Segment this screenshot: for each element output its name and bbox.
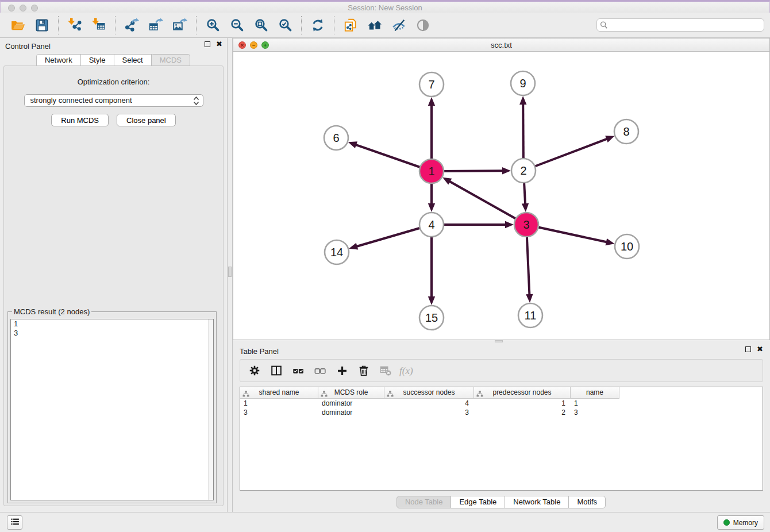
cell-successor-nodes[interactable]: 4 <box>384 399 474 408</box>
hide-eye-icon[interactable] <box>411 16 435 35</box>
mcds-result-item: 3 <box>11 329 213 338</box>
network-window-titlebar: ✕ − + scc.txt <box>233 38 769 52</box>
tab-style[interactable]: Style <box>80 54 114 66</box>
node-table: shared nameMCDS rolesuccessor nodesprede… <box>240 387 763 491</box>
export-image-icon[interactable] <box>168 16 192 35</box>
cell-name[interactable]: 1 <box>571 399 619 408</box>
run-mcds-button[interactable]: Run MCDS <box>51 114 109 126</box>
tab-motifs[interactable]: Motifs <box>568 496 606 508</box>
search-icon <box>600 21 608 32</box>
column-label: MCDS role <box>334 388 368 396</box>
mcds-result-list[interactable]: 13 <box>10 319 214 500</box>
zoom-fit-icon[interactable] <box>249 16 273 35</box>
tab-edge-table[interactable]: Edge Table <box>451 496 505 508</box>
columns-layout-icon[interactable] <box>267 362 286 379</box>
zoom-out-icon[interactable] <box>225 16 249 35</box>
close-panel-button[interactable]: Close panel <box>117 114 176 126</box>
node-label: 7 <box>428 78 434 91</box>
search-input[interactable] <box>596 18 764 32</box>
optimization-criterion-dropdown[interactable]: strongly connected component <box>24 94 203 107</box>
edge-arrowhead <box>349 243 358 250</box>
column-header-name[interactable]: name <box>571 387 619 399</box>
import-table-icon[interactable] <box>87 16 111 35</box>
table-panel-close-button[interactable]: ✖ <box>757 346 763 352</box>
splitter-grip[interactable] <box>228 267 232 277</box>
window-title: Session: New Session <box>1 3 769 12</box>
toolbar-separator <box>334 16 334 34</box>
node-label: 10 <box>621 240 633 253</box>
cell-predecessor-nodes[interactable]: 1 <box>474 399 571 408</box>
tab-mcds[interactable]: MCDS <box>151 54 190 66</box>
control-panel-tabs: NetworkStyleSelectMCDS <box>0 54 227 66</box>
edge-2-8[interactable] <box>523 138 607 171</box>
mcds-result-lines: 13 <box>11 319 213 338</box>
style-eye-icon[interactable] <box>387 16 411 35</box>
cell-shared-name[interactable]: 1 <box>240 399 318 408</box>
duplicate-network-icon[interactable] <box>338 16 363 35</box>
tab-network-table[interactable]: Network Table <box>505 496 569 508</box>
column-header-MCDS-role[interactable]: MCDS role <box>318 387 384 399</box>
search-wrap <box>596 18 764 32</box>
cell-name[interactable]: 3 <box>571 408 619 417</box>
export-table-icon[interactable] <box>144 16 168 35</box>
node-label: 14 <box>330 246 343 259</box>
result-scrollbar[interactable] <box>208 319 213 500</box>
table-panel-float-button[interactable] <box>745 346 751 352</box>
tab-node-table[interactable]: Node Table <box>396 496 452 508</box>
node-label: 4 <box>428 218 434 231</box>
edge-3-1[interactable] <box>449 181 526 225</box>
table-body: 1dominator4113dominator323 <box>240 399 763 417</box>
mcds-result-title: MCDS result (2 nodes) <box>12 307 91 316</box>
memory-label: Memory <box>733 519 758 527</box>
import-network-icon[interactable] <box>63 16 87 35</box>
memory-button[interactable]: Memory <box>717 515 764 530</box>
network-canvas[interactable]: 1234678910111415 <box>233 52 769 340</box>
cell-MCDS-role[interactable]: dominator <box>318 399 384 408</box>
deselect-all-icon[interactable] <box>310 362 330 379</box>
control-panel-close-button[interactable]: ✖ <box>216 41 222 47</box>
open-session-icon[interactable] <box>6 16 30 35</box>
cell-successor-nodes[interactable]: 3 <box>384 408 474 417</box>
mcds-result-box: MCDS result (2 nodes) 13 <box>7 307 217 503</box>
node-label: 9 <box>519 77 526 90</box>
status-bar: Memory <box>0 512 770 532</box>
vertical-splitter[interactable] <box>227 38 233 512</box>
edge-arrowhead <box>522 203 529 212</box>
zoom-selected-icon[interactable] <box>273 16 297 35</box>
delete-row-icon[interactable] <box>354 362 374 379</box>
main-toolbar <box>0 13 770 38</box>
select-all-icon[interactable] <box>288 362 308 379</box>
tab-network[interactable]: Network <box>36 54 81 66</box>
table-panel-header: Table Panel ✖ <box>233 343 770 359</box>
task-history-button[interactable] <box>7 515 22 530</box>
table-panel: Table Panel ✖ f(x) shared nameMCDS roles… <box>233 343 770 512</box>
table-row[interactable]: 1dominator411 <box>240 399 763 408</box>
table-panel-title: Table Panel <box>240 347 279 356</box>
add-row-icon[interactable] <box>332 362 352 379</box>
edge-arrowhead <box>519 96 526 105</box>
houses-icon[interactable] <box>363 16 387 35</box>
column-header-shared-name[interactable]: shared name <box>240 387 318 399</box>
node-label: 11 <box>525 309 537 322</box>
cell-MCDS-role[interactable]: dominator <box>318 408 384 417</box>
table-header-row: shared nameMCDS rolesuccessor nodesprede… <box>240 387 763 399</box>
column-tree-icon <box>387 390 394 400</box>
zoom-in-icon[interactable] <box>201 16 225 35</box>
export-network-icon[interactable] <box>120 16 144 35</box>
column-header-predecessor-nodes[interactable]: predecessor nodes <box>474 387 571 399</box>
edge-arrowhead <box>606 238 615 245</box>
column-header-successor-nodes[interactable]: successor nodes <box>384 387 474 399</box>
node-label: 6 <box>333 132 339 144</box>
mcds-result-item: 1 <box>11 319 213 329</box>
refresh-icon[interactable] <box>306 16 330 35</box>
cell-shared-name[interactable]: 3 <box>240 408 318 417</box>
splitter-grip[interactable] <box>495 340 503 342</box>
settings-gear-icon[interactable] <box>245 362 264 379</box>
tab-select[interactable]: Select <box>114 54 152 66</box>
edge-arrowhead <box>505 221 514 228</box>
node-label: 8 <box>623 125 629 138</box>
table-row[interactable]: 3dominator323 <box>240 408 763 417</box>
cell-predecessor-nodes[interactable]: 2 <box>474 408 571 417</box>
control-panel-float-button[interactable] <box>205 41 210 47</box>
save-session-icon[interactable] <box>30 16 54 35</box>
